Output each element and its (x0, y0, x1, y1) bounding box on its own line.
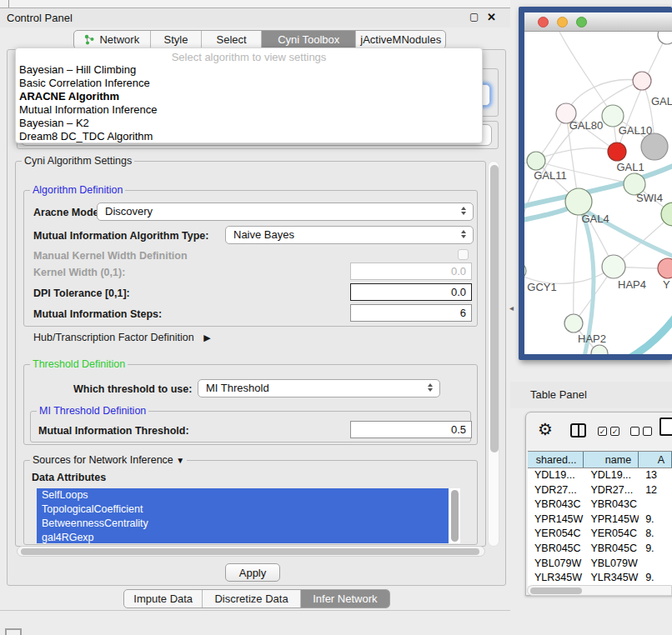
algorithm-popup-item[interactable]: Basic Correlation Inference (16, 77, 482, 90)
table-cell: YBR045C (584, 542, 639, 557)
algorithm-definition-title: Algorithm Definition (30, 184, 125, 196)
checked-checkbox-icon[interactable]: ✓ (610, 427, 619, 436)
unchecked-checkbox-icon[interactable] (630, 427, 639, 436)
table-row[interactable]: YBR043CYBR043C (528, 498, 672, 512)
minimized-panel-icon[interactable] (5, 628, 22, 635)
unchecked-checkbox-icon[interactable] (643, 427, 652, 436)
settings-vertical-scrollbar[interactable] (488, 161, 499, 547)
data-attribute-item[interactable]: gal4RGexp (37, 531, 449, 543)
kernel-width-field[interactable]: 0.0 (350, 262, 472, 280)
tab-network[interactable]: Network (74, 31, 151, 48)
data-attribute-item[interactable]: SelfLoops (37, 488, 449, 502)
combo-stepper-icon (461, 207, 467, 215)
network-node[interactable] (658, 32, 672, 44)
data-attributes-list[interactable]: SelfLoopsTopologicalCoefficientBetweenne… (37, 488, 460, 543)
algorithm-popup-item[interactable]: Bayesian – Hill Climbing (16, 63, 482, 77)
document-icon[interactable] (659, 418, 672, 436)
network-node[interactable] (608, 142, 626, 161)
algorithm-popup-item[interactable]: Dream8 DC_TDC Algorithm (16, 130, 482, 143)
table-cell: YBL079W (584, 557, 639, 572)
mi-steps-field[interactable]: 6 (350, 304, 472, 322)
table-cell: 9. (639, 542, 672, 557)
network-node[interactable] (591, 345, 608, 354)
close-panel-icon[interactable]: ✕ (487, 11, 496, 23)
network-node[interactable] (658, 258, 672, 278)
table-cell: 12 (639, 483, 672, 498)
network-node[interactable] (641, 133, 668, 160)
hub-definition-expander[interactable]: Hub/Transcription Factor Definition ▶ (33, 332, 211, 343)
network-node[interactable] (564, 314, 583, 332)
network-graph: GALGAL80GAL1GAL11SWI4GAL4GCY1HAP4YHAP2GA… (524, 32, 672, 354)
network-node-label: HAP4 (618, 278, 646, 291)
table-row[interactable]: YBL079WYBL079W (528, 557, 672, 572)
tab-jactivemnodules[interactable]: jActiveMNodules (356, 31, 445, 48)
data-attributes-rows: SelfLoopsTopologicalCoefficientBetweenne… (37, 488, 460, 543)
columns-icon[interactable] (570, 423, 586, 438)
tab-label: Discretize Data (214, 592, 288, 605)
network-node[interactable] (565, 188, 592, 215)
tab-cyni-toolbox[interactable]: Cyni Toolbox (262, 31, 356, 48)
mi-type-value: Naive Bayes (233, 228, 294, 241)
sources-title-label: Sources for Network Inference (33, 454, 173, 466)
gear-icon[interactable]: ⚙ (538, 419, 553, 439)
table-row[interactable]: YDR27...YDR27...12 (528, 483, 672, 498)
tab-discretize-data[interactable]: Discretize Data (203, 590, 300, 608)
divider-collapse-icon[interactable]: ◂ (509, 303, 514, 312)
mi-threshold-definition-title: MI Threshold Definition (37, 405, 148, 417)
aracne-mode-combobox[interactable]: Discovery (97, 202, 474, 221)
apply-button[interactable]: Apply (225, 563, 280, 582)
table-row[interactable]: YPR145WYPR145W9. (528, 512, 672, 528)
network-node[interactable] (633, 72, 651, 90)
settings-horizontal-scrollbar[interactable] (17, 546, 485, 557)
table-cell: 13 (639, 468, 672, 483)
collapse-arrow-icon: ▼ (176, 456, 184, 465)
tab-impute-data[interactable]: Impute Data (124, 590, 203, 608)
close-window-icon[interactable] (538, 17, 549, 28)
mi-type-combobox[interactable]: Naive Bayes (225, 226, 474, 244)
table-horizontal-scrollbar[interactable] (527, 585, 672, 596)
control-panel-titlebar (0, 8, 510, 28)
table-column-header[interactable]: A (639, 452, 672, 468)
settings-horizontal-scrollbar-thumb[interactable] (21, 548, 479, 555)
manual-kernel-checkbox[interactable] (458, 249, 469, 260)
minimize-window-icon[interactable] (557, 17, 568, 28)
table-column-header[interactable]: name (584, 452, 639, 468)
algorithm-dropdown-popup: Select algorithm to view settings Bayesi… (15, 48, 483, 143)
attributes-scrollbar-thumb[interactable] (451, 490, 459, 542)
data-attribute-item[interactable]: TopologicalCoefficient (37, 502, 449, 517)
network-node[interactable] (527, 152, 545, 170)
checked-checkbox-icon[interactable]: ✓ (598, 427, 607, 436)
table-row[interactable]: YDL19...YDL19...13 (528, 468, 672, 483)
hub-definition-label: Hub/Transcription Factor Definition (33, 332, 194, 343)
network-edge (574, 202, 579, 323)
which-threshold-combobox[interactable]: MI Threshold (198, 379, 440, 398)
table-cell: YDL19... (584, 468, 639, 483)
table-horizontal-scrollbar-thumb[interactable] (530, 588, 582, 594)
network-canvas[interactable]: GALGAL80GAL1GAL11SWI4GAL4GCY1HAP4YHAP2GA… (524, 32, 672, 354)
table-cell (639, 557, 672, 572)
table-cell: YDR27... (584, 483, 639, 498)
data-attribute-item[interactable]: BetweennessCentrality (37, 517, 449, 531)
algorithm-popup-item[interactable]: Bayesian – K2 (16, 117, 482, 130)
table-row[interactable]: YLR345WYLR345W9. (528, 571, 672, 586)
tab-style[interactable]: Style (151, 31, 203, 48)
table-row[interactable]: YBR045CYBR045C9. (528, 542, 672, 557)
tab-label: Cyni Toolbox (278, 33, 339, 46)
tab-label: Select (217, 33, 247, 46)
zoom-window-icon[interactable] (576, 17, 587, 28)
algorithm-popup-item[interactable]: Mutual Information Inference (16, 103, 482, 117)
algorithm-popup-item[interactable]: ARACNE Algorithm (16, 90, 482, 103)
tab-infer-network[interactable]: Infer Network (301, 590, 389, 608)
tab-select[interactable]: Select (202, 31, 262, 48)
network-window-titlebar[interactable] (524, 12, 672, 32)
node-table[interactable]: shared...nameA YDL19...YDL19...13YDR27..… (528, 451, 672, 586)
mi-threshold-field[interactable]: 0.5 (350, 421, 472, 438)
network-node[interactable] (602, 255, 625, 278)
settings-vertical-scrollbar-thumb[interactable] (490, 165, 499, 452)
dpi-tolerance-field[interactable]: 0.0 (350, 283, 472, 301)
table-column-header[interactable]: shared... (528, 452, 584, 468)
table-row[interactable]: YER054CYER054C8. (528, 527, 672, 542)
float-window-icon[interactable]: ▢ (469, 11, 479, 22)
sources-title[interactable]: Sources for Network Inference ▼ (30, 454, 187, 466)
aracne-mode-label: Aracne Mode: (33, 207, 103, 218)
